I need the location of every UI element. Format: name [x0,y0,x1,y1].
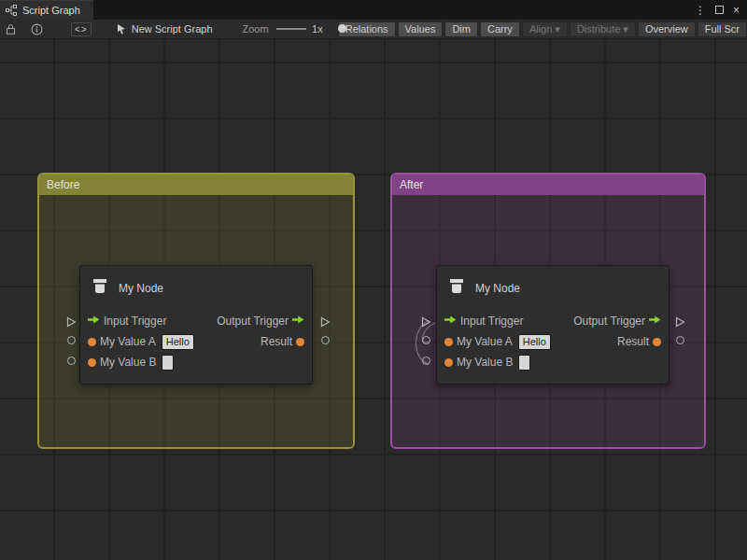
fullscreen-button[interactable]: Full Scr [698,21,747,37]
zoom-label: Zoom [243,23,269,35]
value-a-label: My Value A [100,335,156,348]
outer-value-a-port-icon[interactable] [422,336,430,344]
dim-button[interactable]: Dim [444,21,478,37]
group-after[interactable]: After My Node Input Trigger Output Trigg… [390,173,706,449]
node-row-value-a: My Value A Hello Result [80,331,312,352]
node-row-triggers: Input Trigger Output Trigger [437,311,669,331]
values-button[interactable]: Values [398,21,444,37]
value-b-label: My Value B [100,356,156,369]
result-port-icon[interactable] [296,338,304,346]
value-b-port-icon[interactable] [444,358,453,367]
input-trigger-label: Input Trigger [460,315,523,328]
result-label: Result [261,335,292,348]
node-icon [90,276,110,301]
node-my-node-after[interactable]: My Node Input Trigger Output Trigger My … [436,265,669,385]
input-trigger-port-icon[interactable] [88,315,100,328]
output-trigger-port-icon[interactable] [649,315,661,328]
code-icon[interactable]: <> [71,22,92,36]
input-trigger-port-icon[interactable] [444,315,457,328]
distribute-button[interactable]: Distribute ▾ [570,21,636,37]
outer-result-port-icon[interactable] [321,336,330,344]
output-trigger-label: Output Trigger [573,315,645,328]
node-title: My Node [475,282,520,295]
relations-button[interactable]: Relations [338,21,396,37]
graph-pointer-icon [116,23,127,35]
graph-name-label[interactable]: New Script Graph [132,23,213,35]
tab-bar: Script Graph ⋮ × [0,0,747,20]
outer-value-a-port-icon[interactable] [67,336,76,344]
outer-input-trigger-port-icon[interactable] [66,315,77,331]
tab-script-graph[interactable]: Script Graph [0,0,93,20]
value-a-input[interactable]: Hello [518,334,551,350]
graph-canvas[interactable]: Before My Node Input Trigger Output Trig… [0,39,747,560]
value-b-input[interactable] [162,355,174,371]
value-a-port-icon[interactable] [444,338,453,346]
outer-value-b-port-icon[interactable] [422,357,430,365]
tab-title: Script Graph [22,5,80,16]
overview-button[interactable]: Overview [638,21,696,37]
node-row-value-a: My Value A Hello Result [437,331,669,352]
output-trigger-port-icon[interactable] [292,315,304,328]
node-header: My Node [80,266,312,311]
result-label: Result [617,335,649,348]
result-port-icon[interactable] [653,338,661,346]
node-icon [446,276,467,301]
lock-icon[interactable] [6,23,16,35]
node-header: My Node [437,266,669,311]
info-icon[interactable] [31,23,43,35]
outer-input-trigger-port-icon[interactable] [421,315,431,331]
more-menu-icon[interactable]: ⋮ [695,5,706,16]
node-row-triggers: Input Trigger Output Trigger [80,311,312,331]
value-a-input[interactable]: Hello [162,334,194,350]
node-my-node-before[interactable]: My Node Input Trigger Output Trigger My … [79,265,313,385]
zoom-value: 1x [312,23,323,35]
zoom-slider-knob[interactable] [338,24,346,33]
group-before[interactable]: Before My Node Input Trigger Output Trig… [37,173,355,449]
group-before-header[interactable]: Before [39,175,353,195]
align-button[interactable]: Align ▾ [522,21,568,37]
output-trigger-label: Output Trigger [217,315,289,328]
value-b-label: My Value B [457,356,513,369]
script-graph-icon [6,5,17,16]
group-after-header[interactable]: After [392,175,704,195]
close-icon[interactable]: × [733,5,740,16]
outer-value-b-port-icon[interactable] [67,357,76,365]
chevron-down-icon: ▾ [555,23,560,35]
outer-output-trigger-port-icon[interactable] [320,315,331,331]
outer-output-trigger-port-icon[interactable] [675,315,685,331]
script-graph-window: Script Graph ⋮ × <> New Script Graph Zoo… [0,0,747,560]
zoom-slider-track [276,28,306,30]
zoom-slider[interactable] [276,23,306,35]
window-controls: ⋮ × [695,0,747,20]
value-b-input[interactable] [518,355,530,371]
node-title: My Node [119,282,163,295]
maximize-icon[interactable] [715,6,724,14]
value-a-label: My Value A [457,335,513,348]
graph-toolbar: <> New Script Graph Zoom 1x Relations Va… [0,20,747,39]
carry-button[interactable]: Carry [480,21,520,37]
outer-result-port-icon[interactable] [676,336,684,344]
node-row-value-b: My Value B [80,352,312,372]
value-a-port-icon[interactable] [88,338,96,346]
input-trigger-label: Input Trigger [104,315,166,328]
node-row-value-b: My Value B [437,352,669,372]
value-b-port-icon[interactable] [88,358,96,367]
distribute-label: Distribute [577,23,620,35]
chevron-down-icon: ▾ [623,23,628,35]
align-label: Align [529,23,552,35]
